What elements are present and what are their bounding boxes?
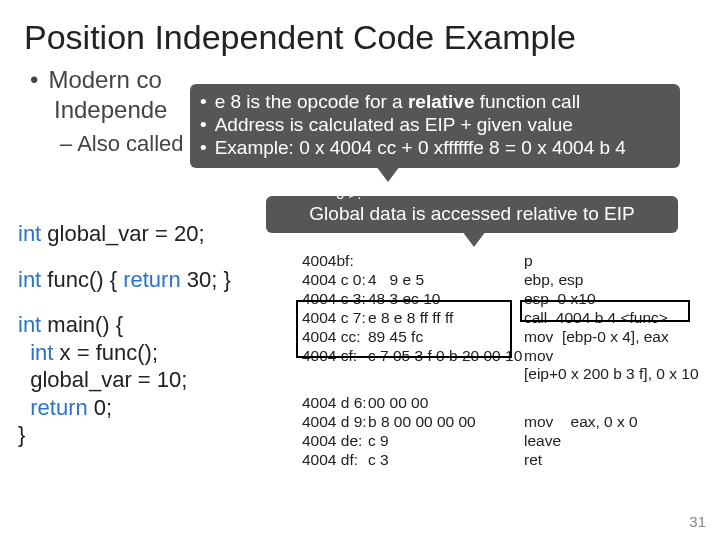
asm-mn: mov [ebp-0 x 4], eax [524, 328, 669, 347]
callout1-l1-pre: e 8 is the opcode for a [215, 91, 408, 112]
callout1-l1-post: function call [475, 91, 581, 112]
kw-return: return [123, 267, 180, 292]
asm-addr: 4004 de: [302, 432, 368, 451]
src-p4b: x = func(); [53, 340, 158, 365]
asm-row: 4004 c 0:4 9 e 5ebp, esp [302, 271, 699, 290]
asm-row: 4004 d 6:00 00 00 [302, 394, 699, 413]
callout-tail-icon [376, 166, 400, 182]
src-p2b: func() { [41, 267, 123, 292]
asm-hex: 00 00 00 [368, 394, 524, 413]
kw-int: int [18, 221, 41, 246]
kw-int: int [18, 312, 41, 337]
bullet-sub-text: – Also called [60, 131, 184, 157]
kw-return: return [18, 395, 88, 420]
bullet-dot-icon: • [30, 65, 38, 95]
asm-row: [eip+0 x 200 b 3 f], 0 x 10 [302, 365, 699, 384]
asm-mn: [eip+0 x 200 b 3 f], 0 x 10 [302, 365, 699, 384]
asm-mn: ret [524, 451, 542, 470]
src-line-main-open: int main() { [18, 311, 231, 339]
callout2-main: Global data is accessed relative to EIP [309, 203, 634, 224]
disassembly: 4004bf:p 4004 c 0:4 9 e 5ebp, esp 4004 c… [302, 252, 699, 470]
src-line-x: int x = func(); [18, 339, 231, 367]
src-p2d: 30; } [181, 267, 231, 292]
callout-tail-icon [462, 231, 486, 247]
asm-mn: mov [524, 347, 553, 366]
asm-row: 4004 de:c 9leave [302, 432, 699, 451]
asm-addr: 4004 d 9: [302, 413, 368, 432]
bullet-dot-icon: • [200, 113, 207, 136]
src-p6b: 0; [88, 395, 112, 420]
src-line-global: int global_var = 20; [18, 220, 231, 248]
bullet-dot-icon: • [200, 136, 207, 159]
kw-int: int [18, 267, 41, 292]
callout-global: 0 >: Global data is accessed relative to… [266, 196, 678, 233]
src-line-func: int func() { return 30; } [18, 266, 231, 294]
callout-opcode: • e 8 is the opcode for a relative funct… [190, 84, 680, 168]
asm-hex: c 3 [368, 451, 524, 470]
src-line-return: return 0; [18, 394, 231, 422]
asm-addr: 4004 d 6: [302, 394, 368, 413]
asm-row: 4004bf:p [302, 252, 699, 271]
src-p3b: main() { [41, 312, 123, 337]
callout1-line2: Address is calculated as EIP + given val… [215, 113, 573, 136]
highlight-box-hex [296, 300, 512, 358]
src-line-close: } [18, 421, 231, 449]
asm-row: 4004 df:c 3ret [302, 451, 699, 470]
callout1-line3: Example: 0 x 4004 cc + 0 xffffffe 8 = 0 … [215, 136, 626, 159]
src-line-assign: global_var = 10; [18, 366, 231, 394]
asm-mn: leave [524, 432, 561, 451]
bullet-dot-icon: • [200, 90, 207, 113]
slide-number: 31 [689, 513, 706, 530]
asm-addr: 4004 df: [302, 451, 368, 470]
callout2-top: 0 >: [336, 186, 361, 201]
bullet-line-1-text: Modern co [48, 65, 161, 95]
bullet-line-2-text: Independe [54, 95, 167, 125]
callout1-line1: e 8 is the opcode for a relative functio… [215, 90, 580, 113]
asm-row [302, 384, 699, 394]
slide-title: Position Independent Code Example [0, 0, 720, 65]
asm-hex [368, 252, 524, 271]
asm-mn: ebp, esp [524, 271, 583, 290]
asm-hex: b 8 00 00 00 00 [368, 413, 524, 432]
src-p1b: global_var = 20; [41, 221, 204, 246]
asm-row: 4004 d 9:b 8 00 00 00 00mov eax, 0 x 0 [302, 413, 699, 432]
kw-int: int [18, 340, 53, 365]
asm-addr: 4004 c 0: [302, 271, 368, 290]
asm-addr: 4004bf: [302, 252, 368, 271]
highlight-box-call [520, 300, 690, 322]
asm-mn: p [524, 252, 533, 271]
asm-mn: mov eax, 0 x 0 [524, 413, 638, 432]
asm-hex: c 9 [368, 432, 524, 451]
callout1-l1-bold: relative [408, 91, 475, 112]
asm-hex: 4 9 e 5 [368, 271, 524, 290]
source-code: int global_var = 20; int func() { return… [18, 220, 231, 449]
